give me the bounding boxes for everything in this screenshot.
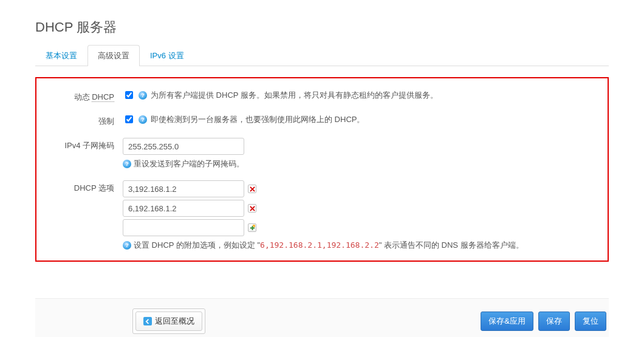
help-icon: ?	[123, 241, 131, 250]
help-netmask: 重设发送到客户端的子网掩码。	[134, 158, 244, 169]
page-title: DHCP 服务器	[35, 18, 609, 36]
delete-icon[interactable]	[248, 185, 256, 193]
help-dhcp-options: 设置 DHCP 的附加选项，例如设定 "6,192.168.2.1,192.16…	[134, 240, 524, 251]
input-dhcp-option-new[interactable]	[123, 219, 244, 236]
back-button[interactable]: 返回至概况	[135, 311, 202, 331]
input-dhcp-option-1[interactable]	[123, 200, 244, 217]
help-force: 即使检测到另一台服务器，也要强制使用此网络上的 DHCP。	[151, 114, 365, 125]
save-apply-button[interactable]: 保存&应用	[481, 311, 533, 331]
input-dhcp-option-0[interactable]	[123, 180, 244, 197]
input-netmask[interactable]	[123, 138, 244, 155]
checkbox-dyndhcp[interactable]	[125, 91, 133, 99]
checkbox-force[interactable]	[125, 115, 133, 123]
save-button[interactable]: 保存	[538, 311, 570, 331]
back-arrow-icon	[143, 317, 152, 325]
delete-icon[interactable]	[248, 204, 256, 213]
reset-button[interactable]: 复位	[575, 311, 606, 331]
footer: 返回至概况 保存&应用 保存 复位	[35, 298, 609, 337]
back-box: 返回至概况	[132, 308, 205, 334]
tabs: 基本设置 高级设置 IPv6 设置	[35, 45, 609, 66]
label-dhcp-options: DHCP 选项	[46, 180, 123, 251]
tab-advanced[interactable]: 高级设置	[87, 45, 140, 66]
tab-basic[interactable]: 基本设置	[35, 45, 87, 66]
help-icon: ?	[139, 115, 147, 124]
label-dyndhcp: 动态 DHCP	[46, 89, 123, 103]
help-icon: ?	[123, 160, 131, 168]
help-icon: ?	[139, 91, 147, 100]
tab-ipv6[interactable]: IPv6 设置	[140, 45, 194, 66]
add-icon[interactable]	[248, 223, 256, 232]
help-dyndhcp: 为所有客户端提供 DHCP 服务。如果禁用，将只对具有静态租约的客户提供服务。	[151, 90, 438, 101]
label-netmask: IPv4 子网掩码	[46, 138, 123, 169]
advanced-panel: 动态 DHCP ? 为所有客户端提供 DHCP 服务。如果禁用，将只对具有静态租…	[35, 77, 609, 262]
label-force: 强制	[46, 114, 123, 127]
